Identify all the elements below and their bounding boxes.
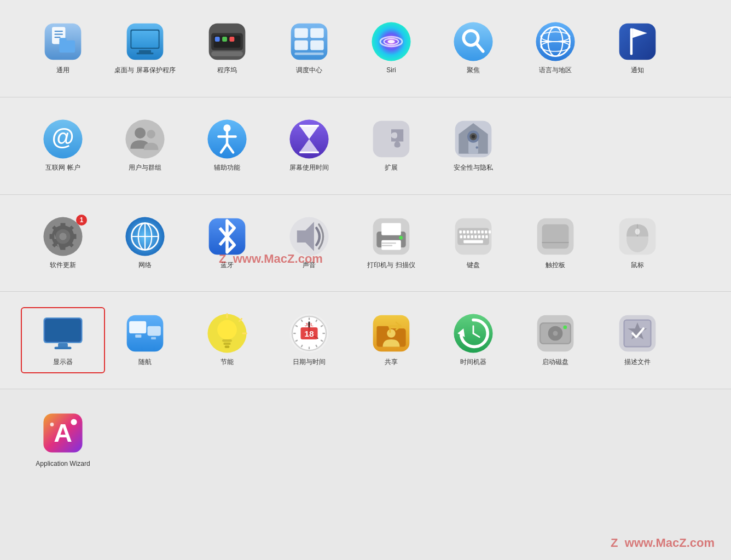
icon-item-startup-disk[interactable]: 启动磁盘	[514, 308, 596, 372]
svg-point-65	[472, 135, 475, 138]
desktop-label: 桌面与 屏幕保护程序	[114, 66, 175, 75]
watermark-bottom: Z www.MacZ.com	[611, 536, 715, 550]
svg-point-46	[147, 130, 155, 138]
icon-item-trackpad[interactable]: 触控板	[514, 211, 596, 275]
bottom-section: A Application Wizard	[0, 389, 731, 490]
energy-icon	[205, 311, 249, 355]
svg-text:JUL: JUL	[305, 322, 314, 327]
mission-control-icon	[287, 20, 331, 63]
icon-item-software-update[interactable]: 1软件更新	[22, 211, 104, 275]
svg-rect-121	[151, 337, 156, 339]
icon-item-dock[interactable]: 程序坞	[186, 16, 268, 80]
svg-rect-11	[139, 50, 151, 53]
svg-point-62	[475, 146, 478, 148]
notifications-icon	[616, 20, 659, 63]
svg-rect-25	[294, 53, 323, 55]
icon-item-accessibility[interactable]: 辅助功能	[186, 114, 268, 178]
printers-label: 打印机与 扫描仪	[367, 261, 415, 270]
svg-rect-24	[310, 41, 323, 50]
icon-item-sidecar[interactable]: 随航	[104, 308, 186, 372]
icon-item-security[interactable]: 安全性与隐私	[432, 114, 514, 178]
svg-point-169	[50, 423, 54, 426]
icon-item-sharing[interactable]: 共享	[350, 308, 432, 372]
svg-rect-2	[54, 31, 63, 32]
svg-rect-39	[619, 24, 656, 60]
profiles-icon	[616, 311, 659, 355]
svg-point-152	[387, 330, 396, 338]
svg-point-110	[635, 228, 640, 234]
internet-accounts-icon: @	[41, 117, 85, 161]
svg-rect-22	[310, 28, 323, 38]
displays-label: 显示器	[53, 357, 73, 367]
accessibility-icon	[205, 117, 249, 161]
svg-rect-90	[474, 230, 476, 233]
displays-icon	[41, 311, 85, 355]
app-wizard-label: Application Wizard	[36, 459, 90, 469]
svg-rect-92	[481, 230, 483, 233]
general-icon	[41, 20, 85, 63]
svg-rect-23	[294, 41, 308, 50]
svg-rect-79	[381, 223, 401, 235]
icon-item-keyboard[interactable]: 键盘	[432, 211, 514, 275]
icon-item-network[interactable]: 网络	[104, 211, 186, 275]
svg-rect-120	[135, 335, 141, 338]
icon-item-datetime[interactable]: JUL 18 日期与时间	[268, 308, 350, 372]
svg-rect-105	[542, 224, 569, 248]
icon-item-energy[interactable]: 节能	[186, 308, 268, 372]
icon-item-extensions[interactable]: 扩展	[350, 114, 432, 178]
icon-item-displays[interactable]: 显示器	[22, 308, 104, 372]
icon-item-sound[interactable]: 声音	[268, 211, 350, 275]
extensions-icon	[369, 117, 413, 161]
trackpad-label: 触控板	[546, 261, 565, 270]
svg-point-44	[125, 119, 164, 158]
icon-item-general[interactable]: 通用	[22, 16, 104, 80]
section-2: @ 互联网 帐户 用户与群组 辅助功能 屏幕使用时间	[0, 97, 731, 195]
screen-time-label: 屏幕使用时间	[289, 163, 329, 172]
icon-item-bluetooth[interactable]: 蓝牙	[186, 211, 268, 275]
network-label: 网络	[138, 261, 152, 270]
icon-item-language[interactable]: 语言与地区	[514, 16, 596, 80]
sidecar-icon	[123, 311, 167, 355]
datetime-label: 日期与时间	[293, 357, 326, 367]
datetime-icon: JUL 18	[287, 311, 331, 355]
svg-rect-16	[215, 37, 220, 42]
icon-item-time-machine[interactable]: 时间机器	[432, 308, 514, 372]
energy-label: 节能	[221, 357, 234, 367]
icon-item-mission-control[interactable]: 调度中心	[268, 16, 350, 80]
network-icon	[123, 215, 167, 258]
svg-rect-99	[474, 235, 477, 238]
section-3: 1软件更新 网络 蓝牙 声音	[0, 195, 731, 292]
icon-item-siri[interactable]: Siri	[350, 16, 432, 80]
general-label: 通用	[56, 66, 69, 75]
svg-point-123	[217, 320, 237, 340]
svg-rect-116	[54, 347, 71, 349]
svg-rect-82	[381, 243, 396, 244]
svg-rect-88	[467, 230, 469, 233]
dock-icon	[205, 20, 249, 63]
icon-item-screen-time[interactable]: 屏幕使用时间	[268, 114, 350, 178]
svg-rect-91	[478, 230, 480, 233]
svg-rect-98	[471, 235, 473, 238]
section-1: 通用 桌面与 屏幕保护程序 程序坞 调度中心	[0, 0, 731, 97]
icon-item-printers[interactable]: 打印机与 扫描仪	[350, 211, 432, 275]
icon-item-profiles[interactable]: 描述文件	[596, 308, 678, 372]
icon-item-internet-accounts[interactable]: @ 互联网 帐户	[22, 114, 104, 178]
spotlight-label: 聚焦	[467, 66, 480, 75]
icon-item-users-groups[interactable]: 用户与群组	[104, 114, 186, 178]
svg-rect-102	[485, 235, 488, 238]
users-groups-icon	[123, 117, 167, 161]
icon-item-notifications[interactable]: 通知	[596, 16, 678, 80]
keyboard-icon	[451, 215, 495, 258]
printers-icon	[369, 215, 413, 258]
svg-rect-10	[132, 31, 159, 48]
svg-rect-80	[381, 240, 401, 250]
svg-rect-40	[630, 28, 633, 55]
app-wizard-icon: A	[41, 411, 85, 455]
svg-rect-94	[489, 230, 491, 233]
mouse-icon	[616, 215, 659, 258]
siri-label: Siri	[386, 66, 396, 75]
icon-item-app-wizard[interactable]: A Application Wizard	[22, 406, 104, 474]
icon-item-mouse[interactable]: 鼠标	[596, 211, 678, 275]
icon-item-spotlight[interactable]: 聚焦	[432, 16, 514, 80]
icon-item-desktop[interactable]: 桌面与 屏幕保护程序	[104, 16, 186, 80]
